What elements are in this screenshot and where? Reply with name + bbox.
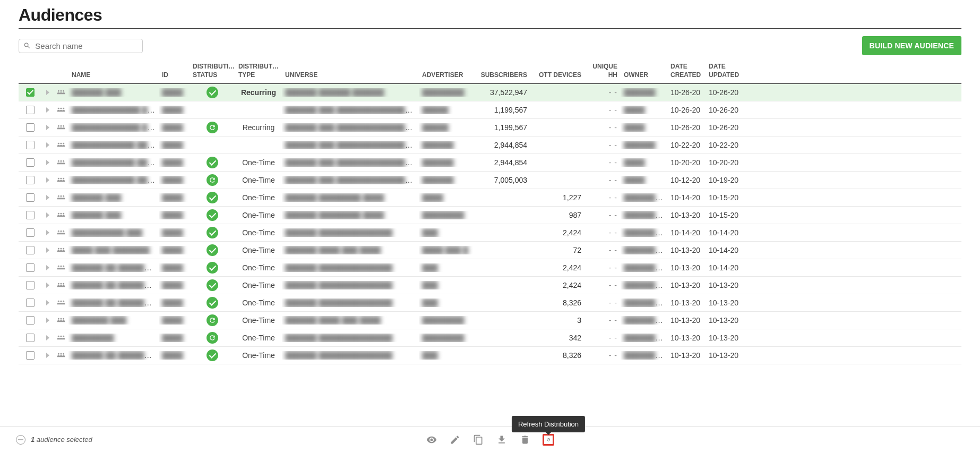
table-row[interactable]: ████ ███ ███████████One-Time██████ ████ … [19, 242, 961, 259]
expand-toggle[interactable] [42, 142, 54, 148]
svg-point-18 [58, 195, 59, 197]
cell-dist-type: One-Time [235, 246, 282, 254]
expand-toggle[interactable] [42, 283, 54, 288]
col-date-created[interactable]: DATE CREATED [667, 63, 706, 79]
cell-date-updated: 10-26-20 [706, 106, 744, 114]
cell-owner: ████ [624, 106, 645, 114]
row-checkbox[interactable] [26, 351, 35, 360]
svg-point-36 [58, 301, 59, 302]
col-ott[interactable]: OTT DEVICES [530, 71, 584, 80]
expand-toggle[interactable] [42, 248, 54, 253]
expand-toggle[interactable] [42, 335, 54, 340]
audience-type-icon [54, 211, 68, 219]
row-checkbox[interactable] [26, 263, 35, 272]
table-row[interactable]: ███████ ███████One-Time██████ ████ ███ █… [19, 312, 961, 329]
svg-point-47 [63, 353, 64, 355]
table-row[interactable]: █████████████ ███████████Recurring██████… [19, 119, 961, 137]
status-refresh-icon [207, 314, 218, 326]
expand-toggle[interactable] [42, 318, 54, 323]
row-checkbox[interactable] [26, 334, 35, 342]
table-row[interactable]: ████████████ ████████One-Time██████ ███ … [19, 172, 961, 189]
cell-name: ████████████ ████ ████ ████ [72, 141, 159, 149]
chevron-right-icon [46, 318, 49, 323]
expand-toggle[interactable] [42, 107, 54, 113]
col-name[interactable]: NAME [68, 71, 159, 80]
svg-point-6 [58, 125, 59, 127]
expand-toggle[interactable] [42, 300, 54, 305]
svg-point-11 [63, 143, 64, 144]
cell-advertiser: █████ [422, 106, 449, 114]
row-checkbox[interactable] [26, 176, 35, 184]
table-row[interactable]: ████████████ ████ ████ ██████████████ ██… [19, 137, 961, 154]
table-row[interactable]: ██████████ ███████One-Time██████ ███████… [19, 224, 961, 242]
table-row[interactable]: ██████ ██ ██████ ██ ████ ███████One-Time… [19, 259, 961, 277]
svg-point-16 [61, 178, 62, 180]
cell-unique-hh: - - [584, 158, 621, 167]
row-checkbox[interactable] [26, 193, 35, 202]
row-checkbox[interactable] [26, 158, 35, 167]
table-row[interactable]: ██████ ██ ██████ ██ █████████One-Time███… [19, 347, 961, 364]
col-universe[interactable]: UNIVERSE [282, 71, 419, 80]
row-checkbox[interactable] [26, 228, 35, 237]
cell-universe: ██████ ██████████████ [285, 334, 392, 342]
row-checkbox[interactable] [26, 88, 35, 97]
table-row[interactable]: █████████████ █████████████████ ███ ████… [19, 101, 961, 119]
expand-toggle[interactable] [42, 353, 54, 358]
cell-name: ██████ ██ ██████ ██ █████ [72, 351, 159, 360]
expand-toggle[interactable] [42, 212, 54, 218]
table-row[interactable]: ██████ ███████One-Time██████ ████████ ██… [19, 189, 961, 207]
cell-dist-type: One-Time [235, 193, 282, 202]
chevron-right-icon [46, 212, 49, 218]
expand-toggle[interactable] [42, 265, 54, 270]
col-date-updated[interactable]: DATE UPDATED [706, 63, 744, 79]
search-input[interactable] [35, 41, 138, 50]
expand-toggle[interactable] [42, 90, 54, 95]
search-input-wrap[interactable] [19, 39, 143, 53]
table-row[interactable]: ██████ ███████One-Time██████ ████████ ██… [19, 207, 961, 224]
row-checkbox[interactable] [26, 299, 35, 307]
col-dist-status[interactable]: DISTRIBUTI… STATUS [190, 63, 235, 79]
row-checkbox[interactable] [26, 141, 35, 149]
cell-universe: ██████ ██████████████ [285, 263, 392, 272]
row-checkbox[interactable] [26, 281, 35, 289]
row-checkbox[interactable] [26, 123, 35, 132]
expand-toggle[interactable] [42, 230, 54, 235]
row-checkbox[interactable] [26, 316, 35, 325]
svg-point-5 [63, 108, 64, 109]
build-new-audience-button[interactable]: BUILD NEW AUDIENCE [862, 36, 961, 55]
col-dist-type[interactable]: DISTRIBUTI… TYPE [235, 63, 282, 79]
cell-universe: ██████ ██████████████ [285, 228, 392, 237]
expand-toggle[interactable] [42, 125, 54, 130]
col-owner[interactable]: OWNER [621, 71, 667, 80]
table-row[interactable]: ██████ ███████Recurring██████ ██████ ███… [19, 84, 961, 101]
svg-point-10 [61, 143, 62, 144]
cell-unique-hh: - - [584, 246, 621, 254]
svg-point-27 [58, 248, 59, 250]
cell-owner: █████████████ [624, 351, 667, 360]
chevron-right-icon [46, 160, 49, 165]
cell-owner: █████████████ [624, 281, 667, 289]
table-row[interactable]: ████████████One-Time██████ █████████████… [19, 329, 961, 347]
cell-dist-type: One-Time [235, 316, 282, 325]
expand-toggle[interactable] [42, 177, 54, 183]
svg-point-40 [61, 318, 62, 320]
svg-point-1 [61, 90, 62, 92]
audience-type-icon [54, 299, 68, 306]
col-id[interactable]: ID [159, 71, 190, 80]
row-checkbox[interactable] [26, 211, 35, 219]
col-unique-hh[interactable]: UNIQUE HH [584, 63, 621, 79]
table-row[interactable]: ██████ ██ ██████ ██ ████ ███████One-Time… [19, 294, 961, 312]
col-advertiser[interactable]: ADVERTISER [419, 71, 473, 80]
cell-unique-hh: - - [584, 351, 621, 360]
expand-toggle[interactable] [42, 195, 54, 200]
table-row[interactable]: ████████████ ████ ████████One-Time██████… [19, 154, 961, 172]
status-ok-icon [207, 349, 218, 361]
row-checkbox[interactable] [26, 246, 35, 254]
cell-advertiser: ███ [422, 299, 438, 307]
row-checkbox[interactable] [26, 106, 35, 114]
svg-point-30 [58, 266, 59, 267]
cell-name: ███████ ███ [72, 316, 126, 325]
table-row[interactable]: ██████ ██ ██████ ██ █████████One-Time███… [19, 277, 961, 294]
expand-toggle[interactable] [42, 160, 54, 165]
col-subscribers[interactable]: SUBSCRIBERS [473, 71, 530, 80]
